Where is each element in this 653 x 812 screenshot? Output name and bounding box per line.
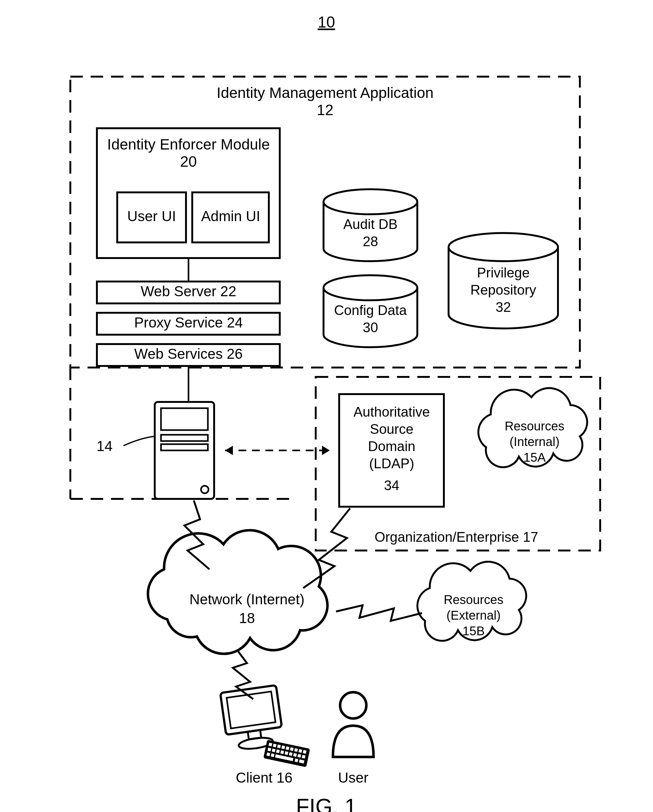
res-ext-l2: (External) [446,608,501,622]
enforcer-num: 20 [180,153,196,170]
server-ref: 14 [97,438,113,454]
audit-db-label: Audit DB [343,217,397,232]
svg-rect-25 [281,745,285,749]
svg-rect-40 [266,752,270,756]
audit-db-num: 28 [363,234,378,249]
admin-ui-label: Admin UI [201,208,260,224]
svg-rect-26 [286,746,289,750]
client-icon [221,685,310,767]
auth-domain-num: 34 [384,478,399,493]
config-data-num: 30 [363,320,378,335]
auth-domain-l4: (LDAP) [369,456,414,471]
client-label: Client 16 [236,769,292,786]
res-int-l2: (Internal) [510,435,560,449]
auth-domain-l1: Authoritative [353,404,430,420]
auth-domain-l3: Domain [368,438,416,454]
network-label: Network (Internet) [189,591,304,607]
svg-rect-27 [290,747,294,751]
svg-rect-23 [273,743,277,747]
res-ext-num: 15B [462,624,484,638]
svg-rect-22 [268,743,272,746]
privilege-repo-num: 32 [496,299,511,314]
svg-rect-32 [272,748,276,752]
svg-rect-37 [293,753,297,757]
svg-marker-16 [322,446,330,455]
network-cloud: Network (Internet) 18 [148,530,327,654]
svg-rect-29 [298,749,302,753]
config-data-cylinder: Config Data 30 [324,275,417,347]
conn-server-authdomain [225,446,330,455]
svg-rect-28 [294,748,298,752]
svg-rect-31 [268,748,271,751]
svg-rect-12 [161,444,208,450]
resources-internal-cloud: Resources (Internal) 15A [478,388,587,467]
svg-rect-36 [289,752,292,756]
res-ext-l1: Resources [444,593,503,606]
config-data-label: Config Data [334,302,407,318]
svg-point-0 [324,189,417,214]
figure-number-top: 10 [318,14,335,31]
privilege-repo-l1: Privilege [477,265,530,280]
app-title: Identity Management Application [217,84,434,101]
privilege-repo-l2: Repository [470,282,536,298]
svg-rect-35 [285,751,289,755]
lightning-network-external [336,605,422,621]
svg-rect-38 [298,754,301,758]
svg-rect-43 [294,759,298,762]
resources-external-cloud: Resources (External) 15B [417,562,526,641]
svg-point-6 [449,233,558,261]
res-int-l1: Resources [504,419,564,433]
web-server-label: Web Server 22 [141,283,236,299]
auth-domain-l2: Source [370,421,413,437]
network-num: 18 [239,610,255,626]
app-num: 12 [317,102,333,118]
svg-point-45 [340,692,366,719]
svg-rect-24 [277,745,281,748]
svg-marker-15 [225,446,233,455]
svg-point-3 [324,275,417,300]
svg-rect-30 [303,750,307,754]
server-ref-leader [123,437,155,446]
user-ui-label: User UI [127,208,176,224]
svg-rect-33 [276,749,280,753]
user-label: User [338,769,368,786]
web-services-label: Web Services 26 [134,346,243,362]
enforcer-title: Identity Enforcer Module [107,136,270,153]
figure-label: FIG. 1 [296,794,357,812]
svg-rect-39 [301,755,305,759]
svg-point-13 [201,486,209,493]
audit-db-cylinder: Audit DB 28 [324,189,417,261]
proxy-service-label: Proxy Service 24 [134,314,243,331]
lightning-authdomain-network [303,508,350,588]
user-icon [333,692,373,757]
org-container [316,377,600,551]
svg-rect-11 [161,435,208,441]
svg-rect-10 [161,408,208,430]
server-icon [155,402,214,499]
res-int-num: 15A [523,450,545,464]
svg-rect-17 [221,685,282,735]
svg-rect-41 [271,754,274,757]
privilege-repo-cylinder: Privilege Repository 32 [449,233,558,328]
org-label: Organization/Enterprise 17 [374,529,538,545]
svg-rect-34 [280,750,284,754]
diagram-root: 10 Identity Management Application 12 Id… [0,0,653,812]
